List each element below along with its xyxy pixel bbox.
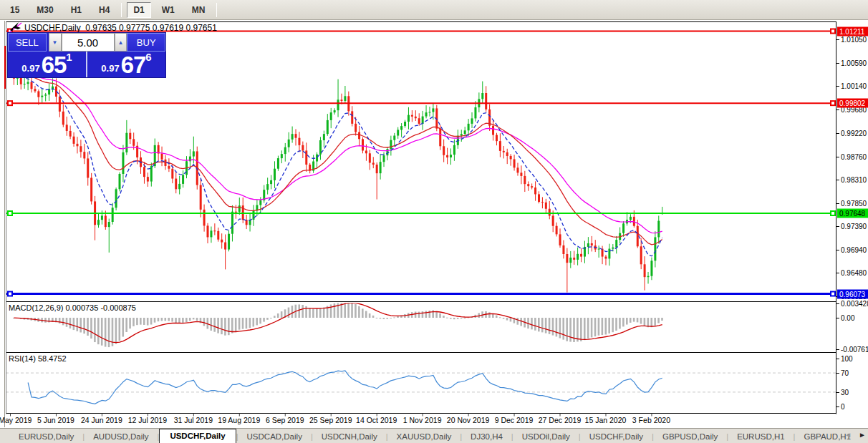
date-axis-label: 3 Feb 2020 <box>632 416 670 424</box>
chart-symbol-label: USDCHF,Daily <box>24 23 81 33</box>
timeframe-button-h4[interactable]: H4 <box>92 2 116 18</box>
tab-eurusd-h1[interactable]: EURUSD,H1 <box>728 430 793 443</box>
price-tick-dash <box>836 109 839 110</box>
line-handle[interactable] <box>831 292 835 296</box>
sell-price-display[interactable]: 0.97 65 1 <box>8 52 86 77</box>
chart-tab-bar: EURUSD,Daily|AUDUSD,Daily|USDCHF,Daily|U… <box>0 428 868 443</box>
rsi-axis-tick: 30 <box>841 388 849 396</box>
price-tick-dash <box>836 226 839 227</box>
price-axis-tick: 0.98760 <box>841 152 867 160</box>
lot-size-input[interactable] <box>62 33 115 52</box>
buy-price-prefix: 0.97 <box>101 62 119 76</box>
timeframe-button-h1[interactable]: H1 <box>64 2 88 18</box>
one-click-trading-panel: SELL ▼ ▲ BUY 0.97 65 1 0.97 67 6 <box>7 32 166 78</box>
line-handle[interactable] <box>8 292 12 296</box>
rsi-tick-dash <box>836 359 839 359</box>
timeframe-button-15[interactable]: 15 <box>4 2 26 18</box>
date-axis-label: 19 Aug 2019 <box>218 416 260 424</box>
date-axis-label: 14 Oct 2019 <box>356 416 397 424</box>
tab-usdcnh-daily[interactable]: USDCNH,Daily <box>313 430 386 443</box>
date-axis-label: 27 Dec 2019 <box>539 416 582 424</box>
timeframe-button-w1[interactable]: W1 <box>155 2 181 18</box>
tab-scroll-right-icon[interactable]: ► <box>859 430 866 440</box>
line-handle[interactable] <box>831 211 835 215</box>
rsi-tick-dash <box>836 373 839 374</box>
tab-audusd-daily[interactable]: AUDUSD,Daily <box>85 430 157 443</box>
moving-averages-layer <box>11 72 662 256</box>
lot-decrease-button[interactable]: ▼ <box>49 33 62 52</box>
date-axis-label: 12 Jul 2019 <box>128 416 167 424</box>
sell-price-big: 65 <box>42 54 67 76</box>
buy-button[interactable]: BUY <box>127 33 165 52</box>
toolbar-separator <box>121 3 122 17</box>
main-price-pane <box>9 64 663 292</box>
timeframe-button-d1[interactable]: D1 <box>127 2 150 18</box>
price-axis-tick: 0.96940 <box>841 245 867 253</box>
date-axis-label: 1 Nov 2019 <box>403 416 442 424</box>
line-handle[interactable] <box>831 29 835 34</box>
line-handle[interactable] <box>8 211 12 215</box>
tab-dj30-h4[interactable]: DJ30,H4 <box>462 430 511 443</box>
drawn-vertical-line[interactable] <box>4 46 6 89</box>
chart-title: USDCHF,Daily 0.97635 0.97775 0.97619 0.9… <box>24 23 217 33</box>
tab-scroll-left-icon[interactable]: ◄ <box>844 430 852 440</box>
macd-tick-dash <box>836 349 839 350</box>
buy-price-big: 67 <box>121 54 146 76</box>
rsi-indicator-label: RSI(14) 58.4752 <box>9 354 67 363</box>
rsi-tick-dash <box>836 392 839 393</box>
date-axis-label: 20 Nov 2019 <box>447 416 490 424</box>
price-badge: 0.96073 <box>837 289 868 298</box>
buy-price-pip: 6 <box>145 53 151 62</box>
price-tick-dash <box>836 157 839 157</box>
date-axis-label: 15 Jan 2020 <box>585 416 627 424</box>
rsi-tick-dash <box>836 407 839 407</box>
buy-price-display[interactable]: 0.97 67 6 <box>86 52 165 77</box>
sell-price-pip: 1 <box>66 53 72 62</box>
lot-increase-button[interactable]: ▲ <box>115 33 127 52</box>
timeframe-button-m30[interactable]: M30 <box>30 2 59 18</box>
price-badge: 0.99802 <box>837 99 868 108</box>
price-tick-dash <box>836 39 839 40</box>
rsi-pane <box>6 371 836 404</box>
timeframe-toolbar: 15M30H1H4D1W1MN <box>0 0 868 20</box>
date-axis-label: 24 Jun 2019 <box>81 416 122 424</box>
chart-ohlc-values: 0.97635 0.97775 0.97619 0.97651 <box>85 23 217 33</box>
price-axis-tick: 1.00590 <box>841 59 867 67</box>
toolbar-separator <box>216 3 217 17</box>
tab-eurusd-daily[interactable]: EURUSD,Daily <box>10 430 82 443</box>
price-badge: 0.97648 <box>837 209 868 218</box>
price-badge: 1.01211 <box>837 26 868 36</box>
date-axis-label: 25 Sep 2019 <box>309 416 352 424</box>
rsi-line <box>28 371 662 404</box>
tab-usdchf-daily[interactable]: USDCHF,Daily <box>581 430 652 443</box>
tab-usdcad-daily[interactable]: USDCAD,Daily <box>238 430 311 443</box>
price-axis-tick: 0.97390 <box>841 223 867 230</box>
tab-xauusd-daily[interactable]: XAUUSD,Daily <box>388 430 460 443</box>
line-handle[interactable] <box>831 101 835 105</box>
tab-usdchf-daily[interactable]: USDCHF,Daily <box>159 429 236 443</box>
tab-usdoil-daily[interactable]: USDOil,Daily <box>513 430 579 443</box>
price-tick-dash <box>836 203 839 204</box>
price-tick-dash <box>836 133 839 134</box>
line-handle[interactable] <box>8 101 12 105</box>
chart-area[interactable] <box>6 21 836 417</box>
price-tick-dash <box>836 250 839 250</box>
price-axis-tick: 0.97850 <box>841 199 867 207</box>
sell-price-prefix: 0.97 <box>21 62 39 76</box>
date-axis-label: 6 Sep 2019 <box>266 416 304 424</box>
candles-layer <box>9 64 663 292</box>
price-tick-dash <box>836 63 839 64</box>
price-axis-tick: 1.00140 <box>841 82 867 90</box>
rsi-axis-tick: 70 <box>841 369 849 377</box>
price-axis-tick: 1.01050 <box>841 36 867 44</box>
macd-axis-tick: -0.007615 <box>841 346 868 354</box>
timeframe-button-mn[interactable]: MN <box>185 2 212 18</box>
price-axis-tick: 0.98310 <box>841 175 867 183</box>
macd-indicator-label: MACD(12,26,9) 0.000735 -0.000875 <box>9 303 136 312</box>
macd-axis-tick: 0.003428 <box>841 300 868 308</box>
price-tick-dash <box>836 273 839 273</box>
date-axis-label: 17 May 2019 <box>0 416 32 424</box>
macd-tick-dash <box>836 303 839 304</box>
tab-gbpusd-daily[interactable]: GBPUSD,Daily <box>654 430 726 443</box>
sell-button[interactable]: SELL <box>8 33 47 52</box>
